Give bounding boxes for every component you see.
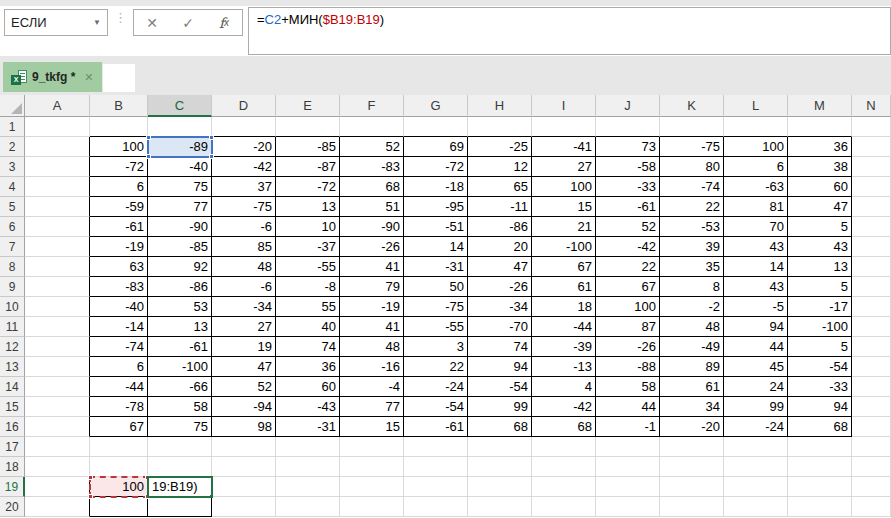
cell-E7[interactable]: -37 [276, 237, 340, 257]
cell-I13[interactable]: -13 [532, 357, 596, 377]
cell-M14[interactable]: -33 [788, 377, 852, 397]
cell-N18[interactable] [852, 457, 891, 477]
cell-L20[interactable] [724, 497, 788, 517]
cell-D1[interactable] [212, 117, 276, 137]
cell-N14[interactable] [852, 377, 891, 397]
cell-F19[interactable] [340, 477, 404, 497]
cell-E11[interactable]: 40 [276, 317, 340, 337]
cell-B11[interactable]: -14 [90, 317, 148, 337]
cell-D4[interactable]: 37 [212, 177, 276, 197]
cell-H5[interactable]: -11 [468, 197, 532, 217]
cell-J2[interactable]: 73 [596, 137, 660, 157]
column-header-F[interactable]: F [340, 95, 404, 117]
cell-F14[interactable]: -4 [340, 377, 404, 397]
cell-C14[interactable]: -66 [148, 377, 212, 397]
cell-C16[interactable]: 75 [148, 417, 212, 437]
cell-F2[interactable]: 52 [340, 137, 404, 157]
cancel-icon[interactable]: ✕ [134, 10, 170, 35]
cell-E13[interactable]: 36 [276, 357, 340, 377]
cell-D19[interactable] [212, 477, 276, 497]
cell-D11[interactable]: 27 [212, 317, 276, 337]
cell-C20[interactable] [148, 497, 212, 517]
cell-G14[interactable]: -24 [404, 377, 468, 397]
close-icon[interactable]: ✕ [84, 71, 93, 84]
cell-I17[interactable] [532, 437, 596, 457]
cell-N8[interactable] [852, 257, 891, 277]
cell-I6[interactable]: 21 [532, 217, 596, 237]
cell-B1[interactable] [90, 117, 148, 137]
cell-J7[interactable]: -42 [596, 237, 660, 257]
cell-D8[interactable]: 48 [212, 257, 276, 277]
cell-J15[interactable]: 44 [596, 397, 660, 417]
cell-F9[interactable]: 79 [340, 277, 404, 297]
select-all-corner[interactable] [0, 95, 25, 117]
cell-M16[interactable]: 68 [788, 417, 852, 437]
row-header-20[interactable]: 20 [0, 497, 25, 517]
row-header-11[interactable]: 11 [0, 317, 25, 337]
cell-N7[interactable] [852, 237, 891, 257]
cell-A6[interactable] [25, 217, 90, 237]
cell-K7[interactable]: 39 [660, 237, 724, 257]
cell-I8[interactable]: 67 [532, 257, 596, 277]
column-header-K[interactable]: K [660, 95, 724, 117]
cell-B10[interactable]: -40 [90, 297, 148, 317]
cell-E5[interactable]: 13 [276, 197, 340, 217]
cell-A4[interactable] [25, 177, 90, 197]
cell-L13[interactable]: 45 [724, 357, 788, 377]
cell-H8[interactable]: 47 [468, 257, 532, 277]
cell-H18[interactable] [468, 457, 532, 477]
cell-A20[interactable] [25, 497, 90, 517]
cell-G1[interactable] [404, 117, 468, 137]
column-header-L[interactable]: L [724, 95, 788, 117]
cell-M8[interactable]: 13 [788, 257, 852, 277]
cell-A13[interactable] [25, 357, 90, 377]
cell-N13[interactable] [852, 357, 891, 377]
cell-K14[interactable]: 61 [660, 377, 724, 397]
cell-M12[interactable]: 5 [788, 337, 852, 357]
cell-J10[interactable]: 100 [596, 297, 660, 317]
cell-I5[interactable]: 15 [532, 197, 596, 217]
row-header-12[interactable]: 12 [0, 337, 25, 357]
cell-B18[interactable] [90, 457, 148, 477]
cell-A10[interactable] [25, 297, 90, 317]
cell-H6[interactable]: -86 [468, 217, 532, 237]
cell-G9[interactable]: 50 [404, 277, 468, 297]
cell-M7[interactable]: 43 [788, 237, 852, 257]
cell-G15[interactable]: -54 [404, 397, 468, 417]
cell-F11[interactable]: 41 [340, 317, 404, 337]
cell-L11[interactable]: 94 [724, 317, 788, 337]
cell-N5[interactable] [852, 197, 891, 217]
cell-F12[interactable]: 48 [340, 337, 404, 357]
cell-J19[interactable] [596, 477, 660, 497]
cell-G5[interactable]: -95 [404, 197, 468, 217]
row-header-19[interactable]: 19 [0, 477, 25, 497]
cell-M18[interactable] [788, 457, 852, 477]
cell-A16[interactable] [25, 417, 90, 437]
cell-L2[interactable]: 100 [724, 137, 788, 157]
cell-I16[interactable]: 68 [532, 417, 596, 437]
cell-E15[interactable]: -43 [276, 397, 340, 417]
cell-G8[interactable]: -31 [404, 257, 468, 277]
cell-H11[interactable]: -70 [468, 317, 532, 337]
cell-D7[interactable]: 85 [212, 237, 276, 257]
cell-E2[interactable]: -85 [276, 137, 340, 157]
column-header-I[interactable]: I [532, 95, 596, 117]
column-header-M[interactable]: M [788, 95, 852, 117]
cell-A14[interactable] [25, 377, 90, 397]
cell-C4[interactable]: 75 [148, 177, 212, 197]
cell-D14[interactable]: 52 [212, 377, 276, 397]
cell-E20[interactable] [276, 497, 340, 517]
cell-F17[interactable] [340, 437, 404, 457]
cell-A15[interactable] [25, 397, 90, 417]
cell-D12[interactable]: 19 [212, 337, 276, 357]
cell-L14[interactable]: 24 [724, 377, 788, 397]
cell-A11[interactable] [25, 317, 90, 337]
cell-C6[interactable]: -90 [148, 217, 212, 237]
cell-A18[interactable] [25, 457, 90, 477]
cell-K3[interactable]: 80 [660, 157, 724, 177]
cell-N11[interactable] [852, 317, 891, 337]
cell-J16[interactable]: -1 [596, 417, 660, 437]
cell-I2[interactable]: -41 [532, 137, 596, 157]
cell-C3[interactable]: -40 [148, 157, 212, 177]
cell-K19[interactable] [660, 477, 724, 497]
